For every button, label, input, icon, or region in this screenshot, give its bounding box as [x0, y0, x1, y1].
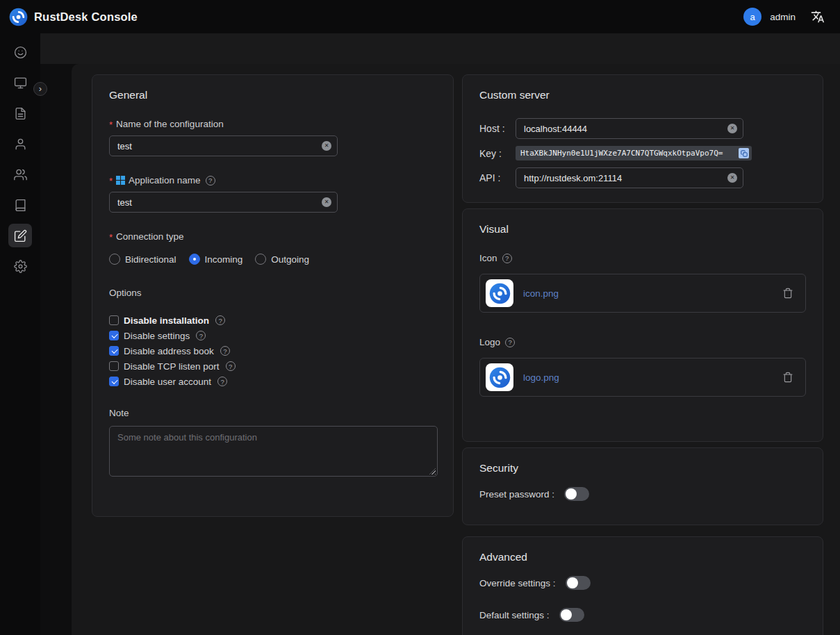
radio-circle: [189, 254, 200, 265]
host-input[interactable]: [516, 118, 743, 139]
sidebar-collapse-button[interactable]: [33, 82, 47, 96]
override-settings-label: Override settings :: [479, 578, 556, 588]
api-label: API :: [479, 172, 516, 183]
brand: RustDesk Console: [9, 8, 138, 26]
checkbox-label: Disable user account: [124, 377, 211, 387]
icon-file-box: icon.png: [479, 274, 806, 313]
host-field: [516, 118, 743, 139]
preset-password-toggle[interactable]: [564, 487, 589, 501]
help-icon[interactable]: [502, 254, 512, 263]
document-icon: [14, 107, 27, 120]
sidebar-item-settings[interactable]: [0, 251, 40, 281]
checkbox-disable-settings[interactable]: Disable settings: [109, 328, 436, 343]
sidebar: [0, 33, 40, 635]
checkbox-label: Disable TCP listen port: [124, 361, 220, 372]
default-settings-toggle[interactable]: [559, 608, 584, 622]
radio-outgoing[interactable]: Outgoing: [255, 254, 309, 265]
connection-type-radio-group: Bidirectional Incoming Outgoing: [109, 252, 436, 266]
app-name-label-row: Application name: [109, 174, 436, 186]
options-label-row: Options: [109, 287, 436, 299]
clear-icon[interactable]: [322, 197, 331, 207]
clear-icon[interactable]: [727, 173, 737, 183]
clear-icon[interactable]: [727, 124, 737, 133]
top-strip: [40, 33, 840, 64]
sidebar-item-audit[interactable]: [0, 98, 40, 129]
config-name-label-row: Name of the configuration: [109, 118, 436, 130]
user-icon: [14, 138, 27, 151]
sidebar-item-devices[interactable]: [0, 67, 40, 98]
checkbox-box: [109, 315, 119, 325]
sidebar-item-address-books[interactable]: [0, 190, 40, 220]
sidebar-item-users[interactable]: [0, 129, 40, 159]
connection-type-label: Connection type: [116, 231, 184, 242]
trash-icon[interactable]: [782, 372, 793, 383]
radio-circle: [255, 254, 266, 265]
logo-file-link[interactable]: logo.png: [523, 372, 782, 383]
note-label: Note: [109, 408, 129, 418]
api-input[interactable]: [516, 167, 743, 188]
icon-label-row: Icon: [479, 252, 806, 264]
preset-password-row: Preset password :: [479, 486, 806, 502]
checkbox-disable-tcp-listen-port[interactable]: Disable TCP listen port: [109, 358, 436, 374]
sidebar-item-custom-clients[interactable]: [0, 220, 40, 251]
key-field: HtaXBkJNHyn0e1U1jWXze7A7CN7QTGWqxkOtpaVp…: [516, 146, 752, 160]
required-asterisk: [109, 120, 113, 129]
icon-file-link[interactable]: icon.png: [523, 288, 782, 299]
help-icon[interactable]: [206, 176, 215, 185]
help-icon[interactable]: [217, 377, 227, 386]
top-bar: RustDesk Console a admin: [0, 0, 840, 33]
app-name-input[interactable]: [109, 192, 338, 213]
dashboard-icon: [14, 46, 27, 59]
help-icon[interactable]: [215, 315, 225, 325]
windows-logo-icon: [116, 176, 125, 185]
visual-card-title: Visual: [479, 223, 806, 236]
note-label-row: Note: [109, 407, 436, 419]
key-value: HtaXBkJNHyn0e1U1jWXze7A7CN7QTGWqxkOtpaVp…: [520, 149, 723, 158]
radio-bidirectional[interactable]: Bidirectional: [109, 254, 176, 265]
app-title: RustDesk Console: [34, 10, 138, 24]
options-checkbox-list: Disable installation Disable settings Di…: [109, 313, 436, 389]
security-card-title: Security: [479, 462, 806, 475]
config-name-input[interactable]: [109, 135, 338, 156]
translate-icon[interactable]: [811, 10, 825, 24]
help-icon[interactable]: [505, 338, 515, 347]
help-icon[interactable]: [220, 346, 230, 356]
toggle-knob: [561, 609, 572, 620]
rustdesk-logo-icon: [9, 8, 28, 26]
advanced-card: Advanced Override settings : Default set…: [462, 536, 823, 635]
checkbox-box: [109, 346, 119, 356]
trash-icon[interactable]: [782, 288, 793, 299]
logo-preview-image: [486, 363, 513, 391]
user-avatar[interactable]: a: [743, 8, 761, 26]
copy-icon[interactable]: [739, 148, 749, 158]
radio-label: Bidirectional: [125, 254, 176, 265]
checkbox-disable-user-account[interactable]: Disable user account: [109, 374, 436, 389]
help-icon[interactable]: [196, 331, 206, 340]
clear-icon[interactable]: [322, 141, 331, 151]
main-panel: General Name of the configuration Applic…: [72, 64, 840, 635]
options-label: Options: [109, 288, 142, 298]
security-card: Security Preset password :: [462, 447, 823, 525]
radio-incoming[interactable]: Incoming: [189, 254, 243, 265]
config-name-label: Name of the configuration: [116, 119, 224, 129]
checkbox-label: Disable settings: [124, 331, 190, 341]
help-icon[interactable]: [226, 361, 236, 371]
connection-type-label-row: Connection type: [109, 231, 436, 242]
toggle-knob: [566, 488, 577, 500]
key-label: Key :: [479, 148, 516, 159]
note-textarea[interactable]: [109, 426, 438, 477]
override-settings-row: Override settings :: [479, 575, 806, 591]
sidebar-item-dashboard[interactable]: [0, 37, 40, 67]
app-name-label: Application name: [129, 175, 201, 185]
checkbox-disable-installation[interactable]: Disable installation: [109, 313, 436, 328]
general-card: General Name of the configuration Applic…: [92, 74, 454, 517]
book-icon: [14, 199, 27, 212]
username[interactable]: admin: [770, 12, 796, 22]
checkbox-disable-address-book[interactable]: Disable address book: [109, 343, 436, 358]
checkbox-box: [109, 361, 119, 371]
icon-preview-image: [486, 279, 513, 307]
checkbox-box: [109, 331, 119, 340]
host-label: Host :: [479, 123, 516, 134]
override-settings-toggle[interactable]: [566, 576, 591, 590]
sidebar-item-groups[interactable]: [0, 159, 40, 190]
